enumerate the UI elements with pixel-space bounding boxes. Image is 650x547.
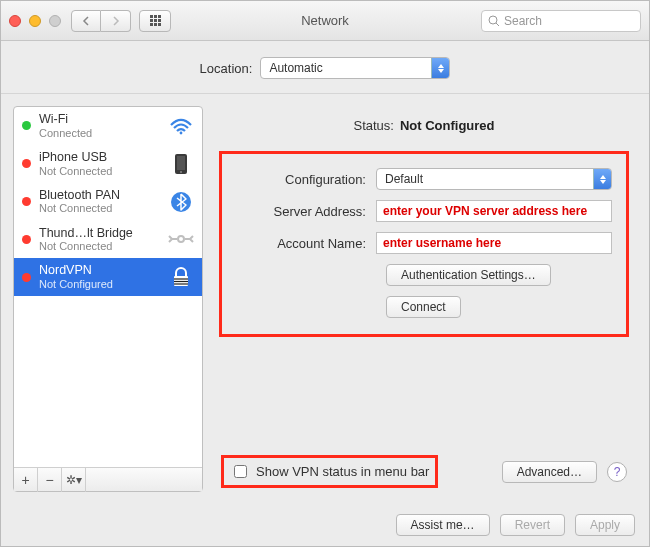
location-label: Location:	[200, 61, 253, 76]
grid-icon	[150, 15, 161, 26]
show-vpn-status-checkbox[interactable]	[234, 465, 247, 478]
svg-point-2	[180, 132, 183, 135]
select-stepper-icon	[431, 58, 449, 78]
account-name-label: Account Name:	[236, 236, 366, 251]
close-window-button[interactable]	[9, 15, 21, 27]
server-address-input[interactable]	[376, 200, 612, 222]
location-value: Automatic	[269, 61, 322, 75]
status-row: Status: Not Configured	[219, 118, 629, 133]
select-stepper-icon	[593, 169, 611, 189]
show-all-button[interactable]	[139, 10, 171, 32]
revert-button[interactable]: Revert	[500, 514, 565, 536]
location-row: Location: Automatic	[1, 41, 649, 94]
window-controls	[9, 15, 61, 27]
remove-service-button[interactable]: −	[38, 468, 62, 492]
svg-line-1	[496, 23, 499, 26]
status-dot-disconnected	[22, 197, 31, 206]
zoom-window-button[interactable]	[49, 15, 61, 27]
sidebar-toolbar: + − ✲▾	[14, 467, 202, 491]
authentication-settings-button[interactable]: Authentication Settings…	[386, 264, 551, 286]
back-button[interactable]	[71, 10, 101, 32]
status-label: Status:	[353, 118, 393, 133]
connect-button[interactable]: Connect	[386, 296, 461, 318]
show-vpn-status-label: Show VPN status in menu bar	[256, 464, 429, 479]
sidebar-item-sub: Not Connected	[39, 240, 160, 252]
titlebar: Network Search	[1, 1, 649, 41]
forward-button[interactable]	[101, 10, 131, 32]
wifi-icon	[168, 115, 194, 137]
svg-point-5	[180, 171, 182, 173]
sidebar-item-bluetooth-pan[interactable]: Bluetooth PAN Not Connected	[14, 183, 202, 221]
sidebar-item-sub: Not Connected	[39, 202, 160, 214]
sidebar-item-wifi[interactable]: Wi-Fi Connected	[14, 107, 202, 145]
status-dot-disconnected	[22, 159, 31, 168]
sidebar-item-nordvpn[interactable]: NordVPN Not Configured	[14, 258, 202, 296]
assist-me-button[interactable]: Assist me…	[396, 514, 490, 536]
nav-segment	[71, 10, 131, 32]
status-dot-disconnected	[22, 235, 31, 244]
sidebar-item-label: NordVPN	[39, 264, 160, 278]
configuration-label: Configuration:	[236, 172, 366, 187]
detail-pane: Status: Not Configured Configuration: De…	[215, 106, 637, 492]
bluetooth-icon	[168, 191, 194, 213]
body: Wi-Fi Connected iPhone USB Not Connected	[1, 94, 649, 504]
thunderbolt-icon	[168, 228, 194, 250]
network-preferences-window: Network Search Location: Automatic Wi-Fi…	[0, 0, 650, 547]
svg-point-0	[489, 16, 497, 24]
help-button[interactable]: ?	[607, 462, 627, 482]
network-services-list: Wi-Fi Connected iPhone USB Not Connected	[14, 107, 202, 467]
sidebar-item-label: iPhone USB	[39, 151, 160, 165]
chevron-left-icon	[82, 16, 90, 26]
bottom-options-row: Show VPN status in menu bar Advanced… ?	[219, 455, 629, 492]
status-dot-connected	[22, 121, 31, 130]
lock-icon	[168, 266, 194, 288]
search-icon	[488, 15, 500, 27]
svg-point-7	[178, 236, 184, 242]
apply-button[interactable]: Apply	[575, 514, 635, 536]
phone-icon	[168, 153, 194, 175]
service-actions-button[interactable]: ✲▾	[62, 468, 86, 492]
search-field[interactable]: Search	[481, 10, 641, 32]
server-address-label: Server Address:	[236, 204, 366, 219]
network-services-sidebar: Wi-Fi Connected iPhone USB Not Connected	[13, 106, 203, 492]
configuration-value: Default	[385, 172, 423, 186]
sidebar-item-iphone-usb[interactable]: iPhone USB Not Connected	[14, 145, 202, 183]
status-dot-disconnected	[22, 273, 31, 282]
add-service-button[interactable]: +	[14, 468, 38, 492]
sidebar-item-label: Bluetooth PAN	[39, 189, 160, 203]
sidebar-item-label: Wi-Fi	[39, 113, 160, 127]
sidebar-item-label: Thund…lt Bridge	[39, 227, 160, 241]
footer: Assist me… Revert Apply	[1, 504, 649, 546]
minimize-window-button[interactable]	[29, 15, 41, 27]
chevron-right-icon	[112, 16, 120, 26]
sidebar-item-sub: Not Configured	[39, 278, 160, 290]
vpn-config-form-highlight: Configuration: Default Server Address: A…	[219, 151, 629, 337]
show-vpn-status-highlight: Show VPN status in menu bar	[221, 455, 438, 488]
svg-rect-4	[177, 156, 185, 170]
configuration-select[interactable]: Default	[376, 168, 612, 190]
account-name-input[interactable]	[376, 232, 612, 254]
search-placeholder: Search	[504, 14, 542, 28]
advanced-button[interactable]: Advanced…	[502, 461, 597, 483]
sidebar-item-sub: Not Connected	[39, 165, 160, 177]
location-select[interactable]: Automatic	[260, 57, 450, 79]
status-value: Not Configured	[400, 118, 495, 133]
sidebar-item-thunderbolt-bridge[interactable]: Thund…lt Bridge Not Connected	[14, 221, 202, 259]
sidebar-item-sub: Connected	[39, 127, 160, 139]
